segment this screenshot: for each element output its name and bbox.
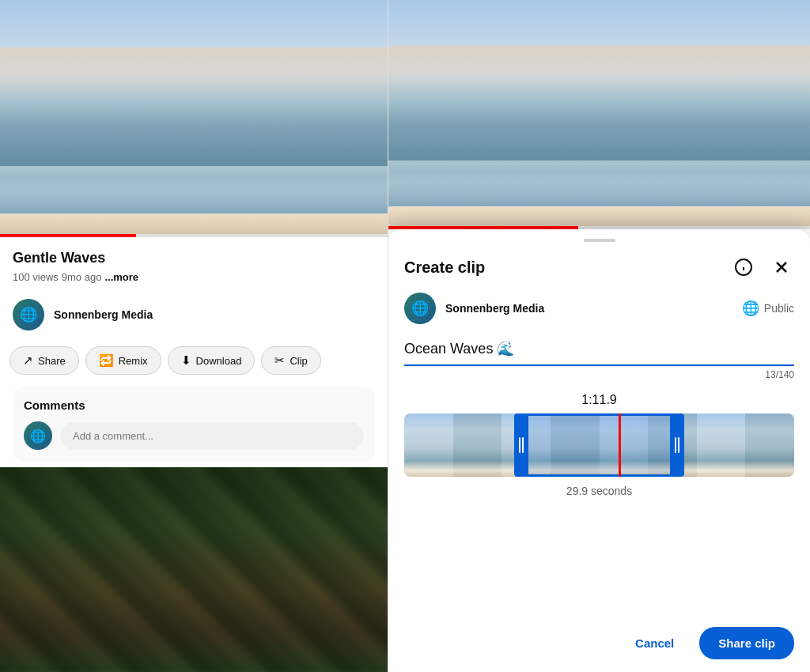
timestamp-display: 1:11.9 — [388, 380, 810, 413]
right-panel: Create clip 🌐 — [388, 0, 810, 672]
video-thumbnail-left — [0, 0, 388, 237]
globe-icon: 🌐 — [742, 300, 759, 317]
comment-input[interactable] — [60, 422, 364, 450]
sheet-avatar-icon: 🌐 — [411, 300, 429, 317]
download-icon: ⬇ — [181, 353, 191, 368]
timeline-container[interactable] — [404, 413, 794, 477]
clip-title-input[interactable] — [404, 337, 794, 360]
sheet-title: Create clip — [404, 259, 485, 277]
handle-bar — [675, 437, 676, 453]
sheet-channel-avatar: 🌐 — [404, 293, 436, 324]
handle-bars-right — [675, 437, 679, 453]
sheet-channel-row[interactable]: 🌐 Sonnenberg Media 🌐 Public — [388, 289, 810, 337]
remix-icon: 🔁 — [99, 353, 114, 368]
video-meta: 100 views 9mo ago ...more — [13, 271, 375, 283]
progress-bar-left — [0, 234, 388, 237]
timeline-frame-2 — [453, 413, 502, 477]
channel-name-left: Sonnenberg Media — [54, 308, 153, 321]
info-button[interactable] — [731, 255, 756, 280]
comment-input-row: 🌐 — [24, 421, 364, 450]
timeline-frame-1 — [404, 413, 453, 477]
sheet-header: Create clip — [388, 242, 810, 289]
clip-button[interactable]: ✂ Clip — [261, 346, 320, 375]
remix-button[interactable]: 🔁 Remix — [85, 346, 161, 375]
share-button[interactable]: ↗ Share — [9, 346, 79, 375]
video-thumbnail-right — [388, 0, 810, 229]
duration-display: 29.9 seconds — [388, 477, 810, 513]
handle-bar — [522, 437, 524, 453]
bottom-sheet: Create clip 🌐 — [388, 229, 810, 672]
close-button[interactable] — [769, 255, 794, 280]
cancel-button[interactable]: Cancel — [623, 629, 687, 658]
comments-title: Comments — [24, 398, 364, 412]
clip-icon: ✂ — [274, 353, 285, 368]
handle-bar — [678, 437, 679, 453]
progress-fill-left — [0, 234, 136, 237]
handle-bars-left — [519, 437, 524, 453]
wave-overlay — [0, 71, 388, 166]
download-label: Download — [196, 355, 242, 367]
blurred-inner — [0, 467, 388, 672]
visibility-label: Public — [764, 302, 794, 315]
visibility-selector[interactable]: 🌐 Public — [742, 300, 794, 317]
timeline-frame-8 — [745, 413, 794, 477]
video-info: Gentle Waves 100 views 9mo ago ...more — [0, 237, 388, 289]
video-title: Gentle Waves — [13, 250, 375, 266]
comments-section: Comments 🌐 — [13, 387, 375, 461]
timeline-selection — [521, 413, 677, 477]
remix-label: Remix — [119, 355, 148, 367]
timeline-handle-right[interactable] — [670, 413, 684, 477]
share-label: Share — [38, 355, 66, 367]
clip-label: Clip — [290, 355, 307, 367]
timeline-handle-left[interactable] — [514, 413, 528, 477]
left-panel: Gentle Waves 100 views 9mo ago ...more 🌐… — [0, 0, 388, 672]
share-clip-button[interactable]: Share clip — [699, 627, 794, 659]
comment-avatar: 🌐 — [24, 421, 52, 450]
blurred-section — [0, 467, 388, 672]
more-link[interactable]: ...more — [104, 271, 138, 283]
wave-overlay-right — [388, 69, 810, 160]
sea-surface-right — [388, 160, 810, 206]
view-count: 100 views — [13, 271, 59, 283]
char-count: 13/140 — [388, 366, 810, 380]
share-icon: ↗ — [23, 353, 33, 368]
channel-avatar-left: 🌐 — [13, 299, 44, 330]
channel-row-left[interactable]: 🌐 Sonnenberg Media — [0, 289, 388, 340]
handle-bar — [519, 437, 520, 453]
sheet-channel-name: Sonnenberg Media — [445, 302, 732, 315]
action-buttons: ↗ Share 🔁 Remix ⬇ Download ✂ Clip — [0, 340, 388, 381]
sheet-header-icons — [731, 255, 794, 280]
sheet-actions: Cancel Share clip — [388, 614, 810, 672]
sea-surface — [0, 166, 388, 213]
time-ago: 9mo ago — [62, 271, 102, 283]
timeline-playhead — [619, 413, 621, 477]
timeline-frame-7 — [697, 413, 746, 477]
download-button[interactable]: ⬇ Download — [168, 346, 255, 375]
channel-avatar-icon-left: 🌐 — [20, 306, 37, 323]
